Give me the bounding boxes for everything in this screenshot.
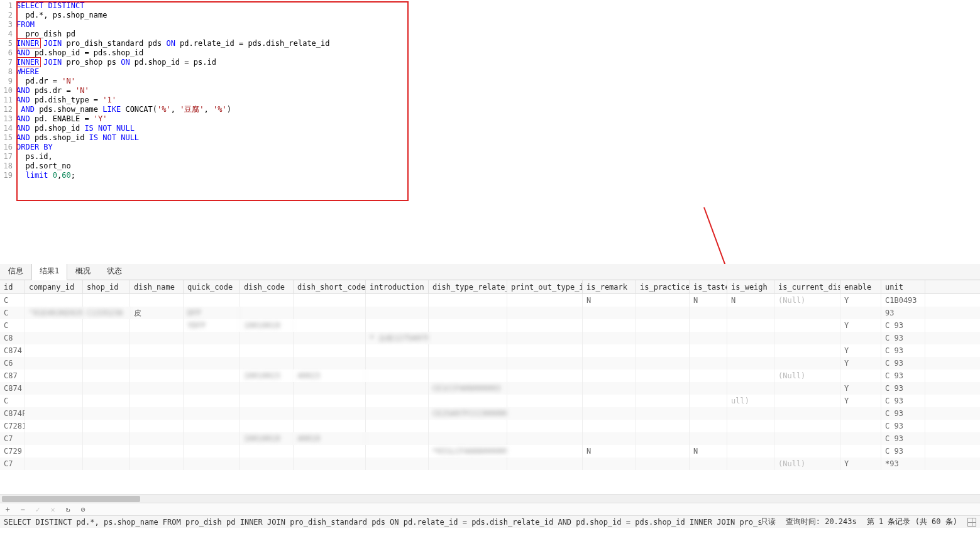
cell-is_taste[interactable] — [690, 344, 727, 357]
code-line[interactable]: AND pds.dr = 'N' — [16, 86, 330, 96]
cell-is_practice[interactable] — [636, 307, 690, 319]
cell-quick_code[interactable] — [184, 407, 240, 420]
cell-enable[interactable]: Y — [840, 319, 881, 332]
cell-is_practice[interactable] — [636, 344, 690, 357]
cell-dish_short_code[interactable]: 40019 — [294, 432, 366, 445]
cell-dish_code[interactable] — [240, 420, 294, 432]
cell-print_out_type_id[interactable] — [507, 395, 583, 407]
cell-quick_code[interactable]: YDFP — [184, 319, 240, 332]
cell-is_remark[interactable] — [583, 344, 636, 357]
cell-quick_code[interactable] — [184, 294, 240, 307]
cell-dish_code[interactable]: 10010019 — [240, 432, 294, 445]
column-header-introduction[interactable]: introduction — [366, 280, 429, 294]
cell-is_current_dish[interactable]: (Null) — [774, 369, 840, 382]
cell-enable[interactable] — [840, 369, 881, 382]
cell-enable[interactable] — [840, 407, 881, 420]
cell-unit[interactable]: C 93 — [881, 382, 925, 395]
cell-unit[interactable]: C 93 — [881, 344, 925, 357]
cell-enable[interactable] — [840, 432, 881, 445]
cell-introduction[interactable] — [366, 407, 429, 420]
code-line[interactable]: AND pds.show_name LIKE CONCAT('%', '豆腐',… — [16, 105, 330, 114]
cell-enable[interactable] — [840, 445, 881, 457]
cell-shop_id[interactable] — [83, 332, 130, 344]
code-line[interactable]: pd.sort_no — [16, 161, 330, 171]
cell-company_id[interactable] — [25, 382, 83, 395]
cell-shop_id[interactable] — [83, 357, 130, 369]
cell-is_weigh[interactable] — [727, 357, 774, 369]
column-header-shop_id[interactable]: shop_id — [83, 280, 130, 294]
cell-dish_type_relate_id[interactable] — [429, 420, 507, 432]
cell-dish_name[interactable] — [130, 344, 184, 357]
cell-is_remark[interactable] — [583, 369, 636, 382]
column-header-is_current_dish[interactable]: is_current_dish — [774, 280, 840, 294]
cell-quick_code[interactable] — [184, 332, 240, 344]
cell-company_id[interactable] — [25, 395, 83, 407]
cell-is_current_dish[interactable] — [774, 407, 840, 420]
cell-is_remark[interactable] — [583, 457, 636, 470]
cell-is_weigh[interactable] — [727, 332, 774, 344]
cell-enable[interactable] — [840, 420, 881, 432]
cancel-button[interactable]: ✕ — [48, 505, 58, 515]
cell-is_practice[interactable] — [636, 369, 690, 382]
cell-dish_short_code[interactable] — [294, 420, 366, 432]
cell-dish_type_relate_id[interactable] — [429, 432, 507, 445]
cell-print_out_type_id[interactable] — [507, 294, 583, 307]
cell-dish_short_code[interactable] — [294, 395, 366, 407]
cell-unit[interactable]: C1B0493 — [881, 294, 925, 307]
cell-print_out_type_id[interactable] — [507, 420, 583, 432]
cell-shop_id[interactable] — [83, 420, 130, 432]
cell-print_out_type_id[interactable] — [507, 332, 583, 344]
cell-introduction[interactable] — [366, 319, 429, 332]
cell-quick_code[interactable] — [184, 457, 240, 470]
cell-is_taste[interactable] — [690, 407, 727, 420]
cell-id[interactable]: C — [0, 294, 25, 307]
cell-print_out_type_id[interactable] — [507, 369, 583, 382]
code-line[interactable]: AND pd.dish_type = '1' — [16, 96, 330, 105]
cell-dish_type_relate_id[interactable] — [429, 457, 507, 470]
cell-enable[interactable]: Y — [840, 382, 881, 395]
cell-quick_code[interactable] — [184, 369, 240, 382]
cell-is_current_dish[interactable] — [774, 382, 840, 395]
cell-introduction[interactable] — [366, 344, 429, 357]
cell-unit[interactable]: C 93 — [881, 369, 925, 382]
cell-is_taste[interactable] — [690, 319, 727, 332]
code-area[interactable]: SELECT DISTINCT pd.*, ps.shop_nameFROM p… — [16, 1, 330, 180]
cell-is_current_dish[interactable] — [774, 420, 840, 432]
cell-enable[interactable] — [840, 307, 881, 319]
cell-quick_code[interactable] — [184, 357, 240, 369]
cell-company_id[interactable] — [25, 457, 83, 470]
cell-quick_code[interactable]: DFP — [184, 307, 240, 319]
cell-unit[interactable]: C 93 — [881, 432, 925, 445]
cell-is_current_dish[interactable]: (Null) — [774, 294, 840, 307]
column-header-enable[interactable]: enable — [840, 280, 881, 294]
code-line[interactable]: AND pd.shop_id = pds.shop_id — [16, 48, 330, 58]
cell-is_practice[interactable] — [636, 432, 690, 445]
cell-enable[interactable]: Y — [840, 344, 881, 357]
cell-id[interactable]: C874 — [0, 382, 25, 395]
cell-is_practice[interactable] — [636, 407, 690, 420]
cell-is_practice[interactable] — [636, 332, 690, 344]
cell-id[interactable]: C — [0, 395, 25, 407]
table-row[interactable]: CNNN(Null)YC1B0493 — [0, 294, 980, 307]
table-row[interactable]: C729*031LCFA8880000091NNNC 93 — [0, 445, 980, 457]
code-line[interactable]: ORDER BY — [16, 143, 330, 152]
cell-shop_id[interactable] — [83, 369, 130, 382]
cell-shop_id[interactable]: C1335236 — [83, 307, 130, 319]
cell-is_remark[interactable]: N — [583, 445, 636, 457]
cell-introduction[interactable] — [366, 294, 429, 307]
cell-dish_short_code[interactable] — [294, 457, 366, 470]
cell-company_id[interactable] — [25, 319, 83, 332]
cell-is_taste[interactable] — [690, 420, 727, 432]
cell-shop_id[interactable] — [83, 382, 130, 395]
cell-is_weigh[interactable] — [727, 407, 774, 420]
cell-dish_code[interactable] — [240, 332, 294, 344]
cell-dish_name[interactable] — [130, 420, 184, 432]
code-line[interactable]: pd.*, ps.shop_name — [16, 11, 330, 20]
cell-dish_short_code[interactable] — [294, 307, 366, 319]
apply-button[interactable]: ✓ — [33, 505, 43, 515]
cell-company_id[interactable] — [25, 445, 83, 457]
cell-company_id[interactable] — [25, 357, 83, 369]
cell-is_taste[interactable] — [690, 457, 727, 470]
cell-introduction[interactable] — [366, 369, 429, 382]
table-row[interactable]: C874FCE25A97FCCC0000008D2 CE1CCFA8880000… — [0, 407, 980, 420]
